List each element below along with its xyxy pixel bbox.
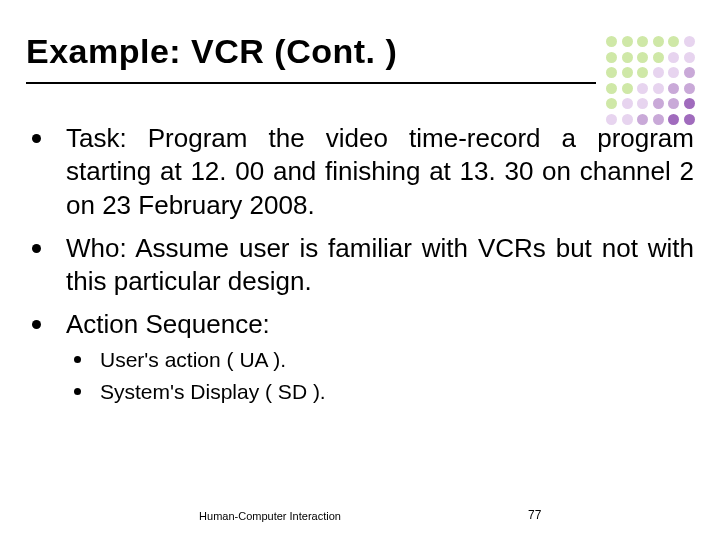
body-content: Task: Program the video time-record a pr… [26, 122, 694, 416]
slide-title: Example: VCR (Cont. ) [26, 32, 397, 71]
bullet-text: Task: Program the video time-record a pr… [66, 123, 694, 220]
sub-bullet-text: User's action ( UA ). [100, 348, 286, 371]
sub-bullet-text: System's Display ( SD ). [100, 380, 326, 403]
slide: Example: VCR (Cont. ) Task: Program the … [0, 0, 720, 540]
bullet-item: Task: Program the video time-record a pr… [26, 122, 694, 222]
footer-text: Human-Computer Interaction [0, 510, 540, 522]
corner-dot-grid-icon [606, 36, 696, 126]
sub-bullet-list: User's action ( UA ). System's Display (… [66, 346, 694, 407]
page-number: 77 [528, 508, 541, 522]
bullet-item: Who: Assume user is familiar with VCRs b… [26, 232, 694, 299]
bullet-text: Who: Assume user is familiar with VCRs b… [66, 233, 694, 296]
title-underline [26, 82, 596, 84]
sub-bullet-item: User's action ( UA ). [66, 346, 694, 374]
bullet-text: Action Sequence: [66, 309, 270, 339]
sub-bullet-item: System's Display ( SD ). [66, 378, 694, 406]
bullet-list: Task: Program the video time-record a pr… [26, 122, 694, 406]
bullet-item: Action Sequence: User's action ( UA ). S… [26, 308, 694, 406]
